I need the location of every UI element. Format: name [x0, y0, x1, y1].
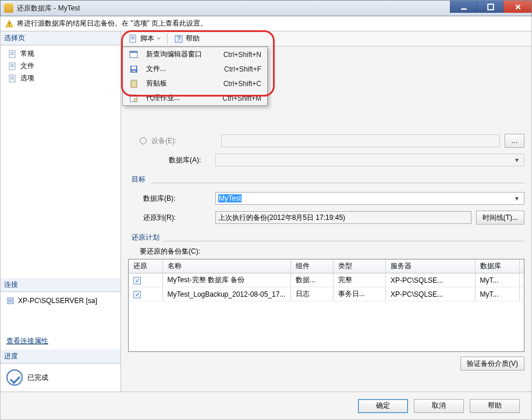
page-files[interactable]: 文件	[1, 60, 120, 72]
warning-icon	[5, 20, 13, 28]
svg-rect-7	[8, 298, 13, 300]
page-icon	[9, 50, 17, 58]
page-icon	[9, 74, 17, 83]
help-label: 帮助	[186, 34, 200, 44]
source-db-label: 数据库(A):	[128, 155, 215, 165]
device-input	[221, 134, 500, 147]
window-buttons	[450, 1, 531, 13]
titlebar: 还原数据库 - MyTest	[0, 0, 532, 16]
agent-job-icon	[129, 94, 139, 103]
menu-label: 文件...	[146, 64, 219, 74]
menu-new-query-window[interactable]: 新查询编辑器窗口 Ctrl+Shift+N	[123, 47, 267, 62]
warning-bar: 将进行源数据库的结尾日志备份。在 "选项" 页上查看此设置。	[0, 16, 532, 31]
svg-rect-0	[461, 8, 467, 9]
select-page-header: 选择页	[1, 31, 120, 45]
page-label: 文件	[20, 61, 34, 71]
source-db-combo: ▾	[215, 154, 524, 166]
svg-rect-15	[132, 66, 136, 69]
server-icon	[6, 297, 15, 305]
svg-rect-18	[132, 80, 136, 81]
help-footer-button[interactable]: 帮助	[470, 399, 520, 413]
device-browse-button[interactable]: …	[505, 134, 524, 148]
svg-rect-6	[9, 75, 15, 82]
table-row[interactable]: ✓ MyTest_LogBackup_2012-08-05_17... 日志 事…	[129, 287, 524, 301]
validate-media-button[interactable]: 验证备份介质(V)	[460, 357, 524, 371]
col-component[interactable]: 组件	[290, 259, 333, 273]
col-name[interactable]: 名称	[162, 259, 290, 273]
menu-label: 剪贴板	[146, 79, 219, 88]
svg-rect-3	[9, 25, 9, 26]
warning-text: 将进行源数据库的结尾日志备份。在 "选项" 页上查看此设置。	[17, 19, 207, 29]
device-radio[interactable]	[140, 137, 147, 144]
device-label: 设备(E):	[149, 136, 221, 146]
restore-checkbox[interactable]: ✓	[133, 277, 141, 284]
close-button[interactable]	[503, 1, 531, 13]
svg-text:?: ?	[177, 35, 181, 43]
connection-value: XP-PC\SQLSERVER [sa]	[18, 297, 97, 305]
menu-shortcut: Ctrl+Shift+M	[222, 94, 261, 102]
svg-rect-13	[130, 51, 137, 53]
svg-rect-4	[9, 51, 15, 58]
menu-clipboard[interactable]: 剪贴板 Ctrl+Shift+C	[123, 76, 267, 91]
save-icon	[129, 65, 139, 74]
page-icon	[9, 62, 17, 70]
menu-shortcut: Ctrl+Shift+N	[224, 51, 261, 59]
progress-status: 已完成	[1, 364, 120, 391]
connection-value-row: XP-PC\SQLSERVER [sa]	[1, 292, 120, 309]
menu-label: 代理作业...	[146, 93, 218, 103]
col-database[interactable]: 数据库	[475, 259, 519, 273]
menu-file[interactable]: 文件... Ctrl+Shift+F	[123, 62, 267, 76]
restore-checkbox[interactable]: ✓	[133, 291, 141, 298]
col-server[interactable]: 服务器	[386, 259, 475, 273]
script-dropdown: 新查询编辑器窗口 Ctrl+Shift+N 文件... Ctrl+Shift+F…	[122, 47, 268, 106]
page-label: 常规	[20, 49, 34, 59]
script-label: 脚本	[140, 34, 154, 44]
content-pane: 脚本 ? 帮助 新查询编辑器窗口 Ctrl+Shift+N 文件... Ctrl…	[121, 31, 531, 391]
svg-rect-2	[9, 22, 9, 24]
svg-point-20	[134, 98, 137, 102]
svg-rect-16	[132, 70, 136, 72]
connection-header: 连接	[1, 278, 120, 292]
view-connection-props-link[interactable]: 查看连接属性	[1, 333, 120, 350]
backup-sets-label: 要还原的备份集(C):	[128, 247, 524, 257]
minimize-button[interactable]	[450, 1, 477, 13]
page-general[interactable]: 常规	[1, 48, 120, 60]
svg-rect-1	[488, 4, 494, 10]
col-type[interactable]: 类型	[333, 259, 385, 273]
clipboard-icon	[129, 79, 139, 88]
help-icon: ?	[174, 34, 183, 44]
page-options[interactable]: 选项	[1, 72, 120, 84]
table-row[interactable]: ✓ MyTest-完整 数据库 备份 数据... 完整 XP-PC\SQLSE.…	[129, 273, 524, 287]
target-db-label: 数据库(B):	[128, 194, 215, 204]
ok-button[interactable]: 确定	[358, 399, 408, 413]
backup-sets-grid[interactable]: 还原 名称 组件 类型 服务器 数据库 位置 第一个 LSN ✓ MyTest-…	[128, 259, 524, 352]
timeline-button[interactable]: 时间线(T)...	[476, 211, 524, 225]
menu-agent-job[interactable]: 代理作业... Ctrl+Shift+M	[123, 91, 267, 105]
cancel-button[interactable]: 取消	[414, 399, 464, 413]
help-button[interactable]: ? 帮助	[170, 32, 204, 45]
chevron-down-icon: ▾	[512, 194, 522, 202]
menu-label: 新查询编辑器窗口	[146, 49, 219, 59]
window-title: 还原数据库 - MyTest	[17, 3, 80, 13]
chevron-down-icon	[157, 37, 161, 41]
dialog-footer: 确定 取消 帮助	[0, 392, 532, 420]
check-circle-icon	[6, 369, 23, 386]
svg-rect-5	[9, 63, 15, 70]
restore-to-value: 上次执行的备份(2012年8月5日 17:19:45)	[215, 211, 471, 224]
restore-to-label: 还原到(R):	[128, 213, 215, 223]
content-toolbar: 脚本 ? 帮助 新查询编辑器窗口 Ctrl+Shift+N 文件... Ctrl…	[121, 31, 531, 47]
menu-shortcut: Ctrl+Shift+F	[224, 65, 261, 73]
col-restore[interactable]: 还原	[129, 259, 162, 273]
app-icon	[4, 3, 13, 13]
menu-shortcut: Ctrl+Shift+C	[224, 80, 261, 88]
svg-rect-8	[8, 301, 13, 304]
maximize-button[interactable]	[477, 1, 503, 13]
target-db-combo[interactable]: MyTest▾	[215, 192, 524, 205]
page-label: 选项	[20, 73, 34, 83]
sidebar: 选择页 常规 文件 选项 连接 XP-PC\SQLSERVER [sa] 查看连…	[1, 31, 121, 391]
query-window-icon	[129, 50, 139, 59]
script-button[interactable]: 脚本	[125, 32, 165, 45]
col-position[interactable]: 位置	[519, 259, 524, 273]
script-icon	[129, 34, 138, 44]
target-db-value: MyTest	[218, 194, 242, 202]
